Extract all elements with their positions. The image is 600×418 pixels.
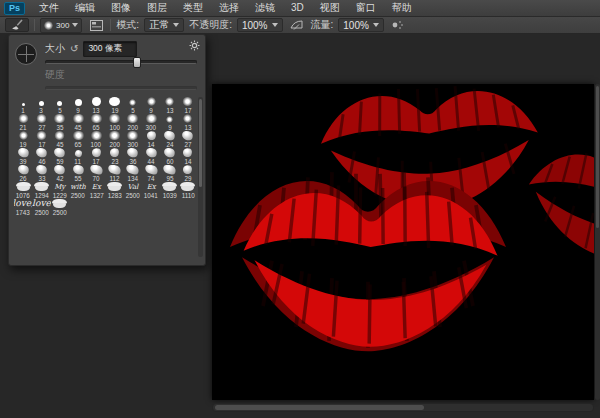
brush-preset[interactable]: 60: [160, 148, 178, 165]
brush-preset[interactable]: 134: [124, 165, 142, 182]
menu-item[interactable]: 帮助: [384, 0, 420, 16]
brush-preset[interactable]: 1076: [14, 182, 32, 199]
brush-preset[interactable]: 11: [69, 148, 87, 165]
panel-menu-button[interactable]: [189, 40, 200, 53]
brush-preset[interactable]: 27: [32, 114, 50, 131]
brush-preset[interactable]: 200: [124, 114, 142, 131]
brush-preset[interactable]: 55: [69, 165, 87, 182]
brush-preset[interactable]: 26: [14, 165, 32, 182]
brush-preset[interactable]: 9: [160, 114, 178, 131]
mode-select[interactable]: 正常: [144, 18, 184, 32]
menu-item[interactable]: 窗口: [348, 0, 384, 16]
brush-preset[interactable]: 1283: [105, 182, 123, 199]
brush-preset[interactable]: 29: [179, 165, 197, 182]
brush-preset[interactable]: 65: [69, 131, 87, 148]
scrollbar-thumb[interactable]: [215, 405, 424, 410]
brush-preset[interactable]: 65: [87, 114, 105, 131]
brush-preset[interactable]: 23: [105, 148, 123, 165]
brush-size-label: 17: [93, 158, 100, 164]
brush-preset[interactable]: 14: [142, 131, 160, 148]
brush-preset[interactable]: 24: [160, 131, 178, 148]
brush-preset[interactable]: 100: [87, 131, 105, 148]
menu-item[interactable]: 文件: [31, 0, 67, 16]
brush-preset[interactable]: 17: [179, 97, 197, 114]
brush-preset-picker-button[interactable]: 300: [40, 18, 82, 33]
brush-preset[interactable]: 5: [124, 97, 142, 114]
panel-scrollbar[interactable]: [198, 97, 203, 257]
brush-preset[interactable]: 36: [124, 148, 142, 165]
brush-preset[interactable]: 45: [69, 114, 87, 131]
brush-preset[interactable]: 1294: [32, 182, 50, 199]
brush-preset[interactable]: 35: [51, 114, 69, 131]
brush-preset[interactable]: 70: [87, 165, 105, 182]
brush-preset[interactable]: 42: [51, 165, 69, 182]
pressure-opacity-button[interactable]: [288, 18, 306, 32]
brush-preset[interactable]: 300: [124, 131, 142, 148]
brush-preset[interactable]: 95: [160, 165, 178, 182]
horizontal-scrollbar[interactable]: [212, 403, 594, 412]
brush-preset[interactable]: Val 2500: [124, 182, 142, 199]
brush-preset[interactable]: 19: [14, 131, 32, 148]
brush-preset[interactable]: 17: [87, 148, 105, 165]
brush-preset[interactable]: 33: [32, 165, 50, 182]
menu-item[interactable]: 滤镜: [247, 0, 283, 16]
scrollbar-thumb[interactable]: [596, 86, 599, 228]
brush-preset[interactable]: My 1229: [51, 182, 69, 199]
brush-preset[interactable]: 14: [179, 148, 197, 165]
size-slider[interactable]: [45, 60, 197, 64]
brush-preset[interactable]: 1110: [179, 182, 197, 199]
brush-angle-control[interactable]: [15, 43, 37, 65]
brush-preset[interactable]: 112: [105, 165, 123, 182]
scrollbar-thumb[interactable]: [199, 99, 202, 187]
brush-tool-button[interactable]: [5, 18, 29, 32]
size-slider-thumb[interactable]: [133, 57, 141, 68]
brush-preset[interactable]: 2500: [51, 199, 69, 216]
brush-preset[interactable]: 13: [87, 97, 105, 114]
brush-preset[interactable]: 59: [51, 148, 69, 165]
brush-preset[interactable]: 1: [14, 97, 32, 114]
menu-item[interactable]: 选择: [211, 0, 247, 16]
brush-preset[interactable]: 3: [32, 97, 50, 114]
brush-preset[interactable]: 44: [142, 148, 160, 165]
brush-preset[interactable]: 27: [179, 131, 197, 148]
opacity-select[interactable]: 100%: [237, 18, 283, 32]
brush-preset[interactable]: with 2500: [69, 182, 87, 199]
vertical-scrollbar[interactable]: [595, 84, 600, 400]
menu-item[interactable]: 类型: [175, 0, 211, 16]
brush-preset[interactable]: 19: [105, 97, 123, 114]
flow-select[interactable]: 100%: [338, 18, 384, 32]
menu-item[interactable]: 3D: [283, 0, 312, 16]
brush-thumbnail: [36, 131, 47, 140]
document-canvas[interactable]: [212, 84, 594, 400]
brush-size-label: 17: [38, 141, 45, 147]
brush-preset[interactable]: 100: [105, 114, 123, 131]
brush-preset[interactable]: Ex 1327: [87, 182, 105, 199]
brush-thumbnail: [57, 101, 62, 106]
size-input[interactable]: 300 像素: [83, 41, 137, 57]
brush-preset[interactable]: 17: [32, 131, 50, 148]
brush-preset[interactable]: 9: [69, 97, 87, 114]
menu-item[interactable]: 图层: [139, 0, 175, 16]
airbrush-button[interactable]: [389, 18, 407, 32]
brush-preset[interactable]: 200: [105, 131, 123, 148]
brush-preset[interactable]: 39: [14, 148, 32, 165]
brush-preset[interactable]: 300: [142, 114, 160, 131]
brush-preset[interactable]: 9: [142, 97, 160, 114]
brush-preset[interactable]: 74: [142, 165, 160, 182]
brush-preset[interactable]: 1039: [160, 182, 178, 199]
reset-size-icon[interactable]: ↺: [70, 44, 78, 54]
menu-item[interactable]: 编辑: [67, 0, 103, 16]
brush-preset[interactable]: 13: [160, 97, 178, 114]
brush-preset[interactable]: 45: [51, 131, 69, 148]
brush-preset[interactable]: 21: [14, 114, 32, 131]
brush-preset[interactable]: love 2500: [32, 199, 50, 216]
brush-preset[interactable]: Ex 1041: [142, 182, 160, 199]
toggle-brush-panel-button[interactable]: [87, 18, 105, 32]
brush-preset[interactable]: love, 1743: [14, 199, 32, 216]
brush-preset[interactable]: 46: [32, 148, 50, 165]
brush-preset[interactable]: 5: [51, 97, 69, 114]
brush-preset[interactable]: 13: [179, 114, 197, 131]
mode-value: 正常: [149, 18, 169, 32]
menu-item[interactable]: 视图: [312, 0, 348, 16]
menu-item[interactable]: 图像: [103, 0, 139, 16]
